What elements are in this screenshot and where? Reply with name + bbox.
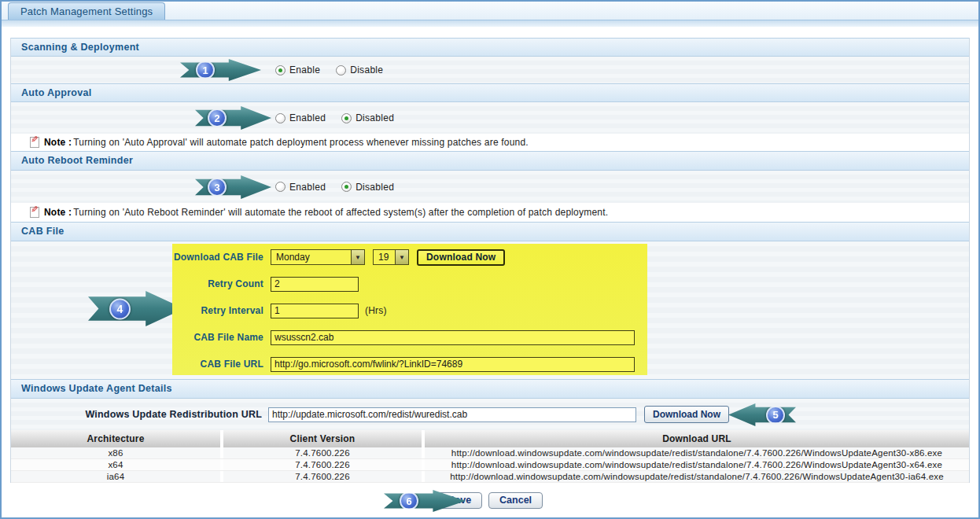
callout-badge-1: 1 — [196, 61, 215, 79]
auto-reboot-disabled-radio[interactable] — [341, 182, 352, 192]
cab-file-url-input[interactable] — [271, 357, 635, 372]
callout-badge-3: 3 — [208, 178, 227, 197]
auto-reboot-enabled-label: Enabled — [289, 182, 326, 193]
architecture-cell: ia64 — [11, 471, 220, 482]
tab-band — [2, 20, 978, 27]
auto-reboot-options-row: 3 Enabled Disabled — [11, 171, 969, 203]
auto-approval-options-row: 2 Enabled Disabled — [11, 102, 969, 134]
retry-interval-row: Retry Interval (Hrs) — [172, 302, 647, 319]
tab-bar: Patch Management Settings — [2, 2, 978, 20]
download-url-cell: http://download.windowsupdate.com/window… — [425, 471, 969, 482]
auto-approval-note-text: Turning on 'Auto Approval' will automate… — [73, 137, 529, 148]
auto-approval-enabled-radio[interactable] — [275, 113, 286, 123]
cab-file-body: 4 Download CAB File Monday ▼ 19 ▼ Downlo… — [11, 241, 969, 379]
cab-hour-select[interactable]: 19 ▼ — [373, 249, 409, 265]
auto-reboot-enabled-radio[interactable] — [275, 182, 286, 192]
table-row: x86 7.4.7600.226 http://download.windows… — [11, 447, 969, 459]
wua-redist-url-label: Windows Update Redistribution URL — [11, 409, 262, 420]
tab-patch-management-settings[interactable]: Patch Management Settings — [8, 2, 165, 20]
cab-file-url-label: CAB File URL — [172, 359, 263, 370]
callout-badge-6: 6 — [400, 491, 418, 510]
note-icon — [30, 207, 39, 218]
note-icon — [30, 137, 39, 148]
cab-file-url-row: CAB File URL — [172, 355, 647, 373]
callout-arrow-2: 2 — [195, 106, 271, 130]
architecture-cell: x64 — [11, 459, 220, 470]
auto-approval-disabled-label: Disabled — [356, 112, 394, 123]
footer-actions: 6 Save Cancel — [2, 483, 978, 517]
callout-badge-4: 4 — [109, 298, 131, 319]
disable-radio[interactable] — [336, 65, 346, 75]
auto-reboot-note-row: Note : Turning on 'Auto Reboot Reminder'… — [11, 203, 969, 222]
wua-download-now-button[interactable]: Download Now — [644, 406, 729, 423]
callout-arrow-3: 3 — [195, 175, 271, 199]
auto-approval-radio-group: Enabled Disabled — [275, 112, 410, 123]
settings-panel: Scanning & Deployment 1 Enable Disable A… — [10, 38, 970, 483]
note-label: Note : — [44, 207, 72, 218]
wua-redist-row: Windows Update Redistribution URL Downlo… — [11, 399, 969, 430]
top-gap — [2, 27, 978, 38]
wua-table-body: x86 7.4.7600.226 http://download.windows… — [11, 447, 969, 483]
section-header-auto-reboot: Auto Reboot Reminder — [11, 151, 969, 171]
column-header-client-version: Client Version — [223, 430, 422, 447]
download-url-cell: http://download.windowsupdate.com/window… — [425, 459, 969, 470]
retry-count-input[interactable] — [271, 277, 359, 292]
cab-day-select[interactable]: Monday ▼ — [271, 249, 365, 265]
callout-badge-5: 5 — [766, 406, 785, 425]
auto-approval-note-row: Note : Turning on 'Auto Approval' will a… — [11, 134, 969, 151]
enable-radio[interactable] — [275, 65, 286, 75]
cab-hour-select-value: 19 — [374, 250, 395, 264]
client-version-cell: 7.4.7600.226 — [223, 459, 422, 470]
cab-file-name-label: CAB File Name — [172, 332, 263, 343]
auto-approval-disabled-radio[interactable] — [341, 113, 352, 123]
client-version-cell: 7.4.7600.226 — [223, 471, 422, 482]
section-header-wua-details: Windows Update Agent Details — [11, 379, 969, 399]
wua-redist-url-input[interactable] — [268, 407, 636, 422]
chevron-down-icon[interactable]: ▼ — [351, 250, 364, 264]
cancel-button[interactable]: Cancel — [488, 492, 543, 509]
download-cab-file-label: Download CAB File — [172, 252, 263, 263]
scanning-options-row: 1 Enable Disable — [11, 57, 969, 83]
table-row: ia64 7.4.7600.226 http://download.window… — [11, 471, 969, 483]
callout-badge-2: 2 — [208, 109, 227, 127]
cab-download-now-button[interactable]: Download Now — [417, 249, 505, 266]
cab-highlight-block: Download CAB File Monday ▼ 19 ▼ Download… — [172, 244, 647, 375]
callout-arrow-4: 4 — [88, 291, 184, 326]
retry-interval-label: Retry Interval — [172, 305, 263, 316]
retry-interval-unit: (Hrs) — [365, 305, 387, 316]
wua-table-header: Architecture Client Version Download URL — [11, 430, 969, 447]
download-url-cell: http://download.windowsupdate.com/window… — [425, 447, 969, 458]
scanning-radio-group: Enable Disable — [275, 64, 399, 75]
section-header-scanning-deployment: Scanning & Deployment — [11, 38, 969, 57]
column-header-architecture: Architecture — [11, 430, 220, 447]
section-header-cab-file: CAB File — [11, 222, 969, 241]
note-label: Note : — [44, 137, 72, 148]
disable-radio-label: Disable — [350, 64, 383, 75]
retry-interval-input[interactable] — [271, 304, 359, 318]
download-cab-file-row: Download CAB File Monday ▼ 19 ▼ Download… — [172, 248, 647, 266]
cab-file-name-input[interactable] — [271, 330, 635, 345]
auto-reboot-disabled-label: Disabled — [356, 182, 394, 193]
cab-day-select-value: Monday — [271, 250, 351, 264]
section-header-auto-approval: Auto Approval — [11, 83, 969, 102]
client-version-cell: 7.4.7600.226 — [223, 447, 422, 458]
auto-reboot-note-text: Turning on 'Auto Reboot Reminder' will a… — [73, 207, 608, 218]
retry-count-label: Retry Count — [172, 278, 263, 289]
chevron-down-icon[interactable]: ▼ — [395, 250, 408, 264]
architecture-cell: x86 — [11, 447, 220, 458]
patch-management-settings-page: Patch Management Settings Scanning & Dep… — [0, 0, 980, 519]
cab-file-name-row: CAB File Name — [172, 329, 647, 346]
callout-arrow-1: 1 — [180, 59, 261, 81]
retry-count-row: Retry Count — [172, 275, 647, 293]
auto-reboot-radio-group: Enabled Disabled — [275, 182, 410, 193]
table-row: x64 7.4.7600.226 http://download.windows… — [11, 459, 969, 471]
column-header-download-url: Download URL — [425, 430, 969, 447]
enable-radio-label: Enable — [289, 64, 320, 75]
callout-arrow-5: 5 — [728, 403, 796, 426]
auto-approval-enabled-label: Enabled — [289, 112, 326, 123]
